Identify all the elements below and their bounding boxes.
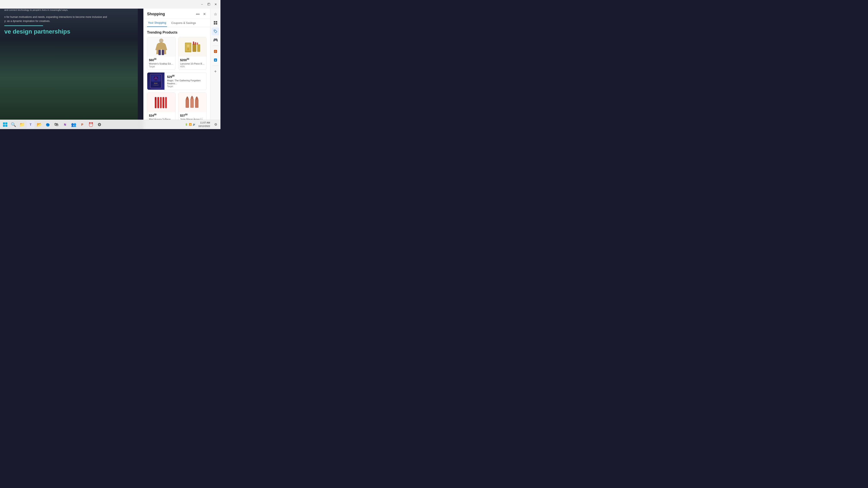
webpage-heading: ve design partnerships xyxy=(4,28,107,35)
more-options-icon: ••• xyxy=(196,12,199,16)
svg-point-15 xyxy=(187,48,189,50)
product-card-lancome[interactable]: $20000 Lancome 10-Piece Be... HSN xyxy=(178,37,207,70)
svg-rect-39 xyxy=(195,99,198,108)
panel-tabs: Your Shopping Coupons & Savings xyxy=(144,19,210,27)
lancome-svg xyxy=(184,38,201,56)
tab-coupons-savings[interactable]: Coupons & Savings xyxy=(170,19,197,27)
add-extension-button[interactable]: + xyxy=(212,68,219,75)
edge-taskbar-button[interactable] xyxy=(44,121,52,128)
taskbar-clock[interactable]: 11:07 AM 10/12/2022 xyxy=(196,121,212,128)
svg-text:MAGIC: MAGIC xyxy=(154,83,158,84)
panel-menu-button[interactable]: ••• xyxy=(195,11,200,17)
svg-rect-1 xyxy=(216,21,217,23)
battery-icon: 🔋 xyxy=(185,123,188,126)
product-name-lancome: Lancome 10-Piece Be... xyxy=(180,62,205,65)
svg-rect-35 xyxy=(187,97,188,98)
svg-rect-32 xyxy=(156,97,156,100)
product-info-magic: $2999 Magic: The Gathering Forgotten Rea… xyxy=(164,72,207,90)
office-icon[interactable]: O xyxy=(212,47,219,55)
onenote-taskbar-button[interactable]: N xyxy=(61,121,69,128)
games-icon[interactable]: 🎮 xyxy=(212,36,219,44)
product-card-magic[interactable]: MAGIC COMMANDER $2999 Magic: The Gatheri… xyxy=(147,72,207,90)
folder-taskbar-button[interactable]: 📂 xyxy=(35,121,43,128)
wifi-icon: 📶 xyxy=(189,123,192,126)
magic-card-svg: MAGIC COMMANDER xyxy=(149,73,162,89)
utensils-svg xyxy=(153,94,170,111)
svg-rect-17 xyxy=(197,44,200,52)
panel-close-button[interactable]: ✕ xyxy=(202,11,207,17)
close-button[interactable]: ✕ xyxy=(213,1,219,7)
bottles-svg xyxy=(184,94,201,111)
taskbar-time-display: 11:07 AM xyxy=(198,121,210,124)
product-price-mad-hungry: $3499 xyxy=(149,113,174,117)
product-price-magic: $2999 xyxy=(167,75,204,78)
start-button[interactable] xyxy=(2,121,9,128)
product-price-josie-maran: $3750 xyxy=(180,113,205,117)
webpage-text-2: y: as a dynamic inspiration for creative… xyxy=(4,19,107,23)
panel-header: Shopping ••• ✕ xyxy=(144,9,210,19)
settings-taskbar-button[interactable]: ⚙ xyxy=(96,121,103,128)
maximize-button[interactable]: ⧠ xyxy=(206,1,212,7)
product-info-womens-coat: $6000 Women's Scallop Edg... Target xyxy=(147,57,176,69)
svg-rect-36 xyxy=(190,99,194,108)
svg-rect-10 xyxy=(158,50,161,55)
product-image-womens-coat xyxy=(147,37,176,57)
svg-point-4 xyxy=(214,31,215,31)
product-store-magic: Target xyxy=(167,85,204,88)
product-name-womens-coat: Women's Scallop Edg... xyxy=(149,62,174,65)
product-name-magic: Magic: The Gathering Forgotten Realms... xyxy=(167,79,204,85)
product-price-womens-coat: $6000 xyxy=(149,58,174,62)
svg-rect-16 xyxy=(192,44,196,52)
product-store-lancome: HSN xyxy=(180,65,205,68)
product-image-mad-hungry xyxy=(147,93,176,112)
panel-content[interactable]: Trending Products xyxy=(144,27,210,129)
tab-your-shopping[interactable]: Your Shopping xyxy=(147,19,167,27)
system-tray: 🔋 📶 🔊 xyxy=(185,123,196,126)
webpage-background: n for human motivations and needs, expan… xyxy=(0,0,138,129)
notification-settings-button[interactable]: ⚙ xyxy=(213,122,219,128)
svg-text:O: O xyxy=(215,51,216,53)
shopping-tag-icon[interactable] xyxy=(212,28,219,35)
svg-rect-38 xyxy=(191,96,193,98)
svg-rect-31 xyxy=(155,97,155,100)
svg-text:✉: ✉ xyxy=(215,59,216,61)
windows-logo xyxy=(3,123,7,127)
taskbar-date-display: 10/12/2022 xyxy=(198,125,210,128)
files-taskbar-button[interactable]: 📁 xyxy=(18,121,26,128)
decorative-line xyxy=(4,25,43,26)
browser-sidebar: ☆ 🎮 O ✉ + xyxy=(210,9,220,129)
svg-rect-19 xyxy=(195,42,196,45)
svg-rect-11 xyxy=(162,50,164,55)
store-taskbar-button[interactable]: 🛍 xyxy=(53,121,60,128)
products-grid: $6000 Women's Scallop Edg... Target xyxy=(147,37,207,129)
powerpoint-taskbar-button[interactable]: P xyxy=(79,121,86,128)
svg-rect-30 xyxy=(165,97,167,108)
teams2-taskbar-button[interactable]: 👥 xyxy=(70,121,78,128)
product-store-womens-coat: Target xyxy=(149,65,174,68)
product-price-lancome: $20000 xyxy=(180,58,205,62)
product-card-womens-coat[interactable]: $6000 Women's Scallop Edg... Target xyxy=(147,37,176,70)
svg-rect-33 xyxy=(186,99,189,108)
clock-taskbar-button[interactable]: ⏰ xyxy=(87,121,95,128)
collections-icon[interactable] xyxy=(212,19,219,27)
taskbar: 🔍 📁 T 📂 🛍 N 👥 P ⏰ ⚙ 🔋 📶 🔊 11:07 AM 10/12… xyxy=(0,120,220,129)
volume-icon: 🔊 xyxy=(193,123,196,126)
minimize-button[interactable]: − xyxy=(199,1,205,7)
svg-rect-0 xyxy=(214,21,215,23)
search-taskbar-button[interactable]: 🔍 xyxy=(9,121,17,128)
edge-icon-svg xyxy=(45,122,50,127)
panel-header-actions: ••• ✕ xyxy=(195,11,207,17)
svg-point-14 xyxy=(187,44,189,47)
teams-taskbar-button[interactable]: T xyxy=(27,121,34,128)
svg-rect-27 xyxy=(157,97,159,108)
svg-point-9 xyxy=(159,38,163,43)
favorites-icon[interactable]: ☆ xyxy=(212,10,219,18)
svg-rect-3 xyxy=(216,23,217,25)
product-image-magic: MAGIC COMMANDER xyxy=(147,72,164,90)
product-info-lancome: $20000 Lancome 10-Piece Be... HSN xyxy=(179,57,207,69)
svg-rect-28 xyxy=(160,97,162,108)
outlook-icon[interactable]: ✉ xyxy=(212,56,219,64)
sidebar-divider-1 xyxy=(213,45,218,46)
svg-text:COMMANDER: COMMANDER xyxy=(153,85,159,86)
shopping-panel: Shopping ••• ✕ Your Shopping Coupons & S… xyxy=(143,9,210,129)
